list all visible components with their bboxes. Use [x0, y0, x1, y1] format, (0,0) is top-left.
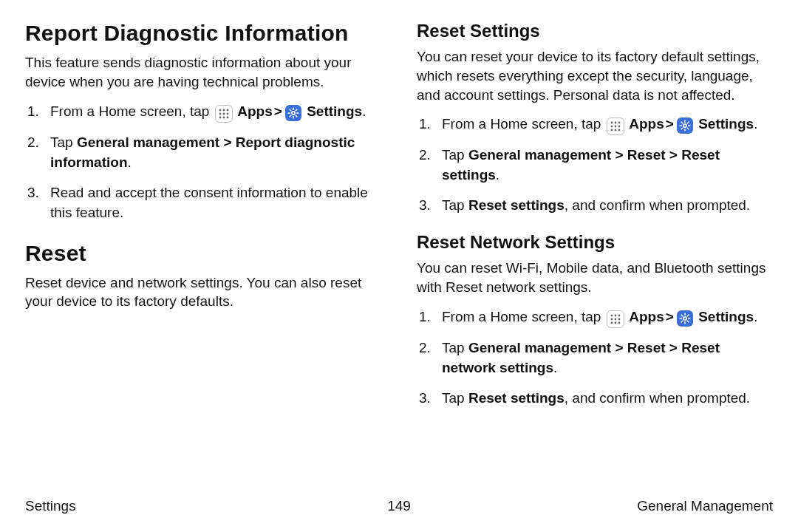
- ordered-list: From a Home screen, tap Apps> Settings.T…: [417, 115, 771, 216]
- list-item: Tap General management > Reset > Reset s…: [434, 146, 771, 185]
- svg-point-43: [614, 322, 616, 324]
- text-run: Apps: [234, 103, 273, 119]
- paragraph: You can reset your device to its factory…: [417, 47, 771, 104]
- right-column: Reset Settings You can reset your device…: [417, 21, 771, 425]
- svg-point-5: [226, 112, 228, 115]
- text-run: .: [128, 154, 132, 170]
- two-column-layout: Report Diagnostic Information This featu…: [25, 21, 773, 425]
- svg-point-39: [610, 318, 613, 321]
- svg-point-24: [610, 129, 613, 132]
- svg-line-31: [681, 129, 682, 129]
- apps-icon: [215, 105, 233, 123]
- svg-line-51: [681, 315, 682, 316]
- svg-point-9: [292, 112, 295, 115]
- text-run: Tap: [442, 390, 468, 406]
- text-run: , and confirm when prompted.: [565, 390, 750, 406]
- svg-point-23: [618, 126, 620, 128]
- heading-reset-network-settings: Reset Network Settings: [417, 232, 771, 253]
- text-run: General management > Reset > Reset netwo…: [442, 340, 720, 375]
- text-run: General management > Report diagnostic i…: [50, 134, 355, 170]
- paragraph: Reset device and network settings. You c…: [25, 273, 380, 312]
- svg-point-2: [226, 109, 228, 111]
- list-item: From a Home screen, tap Apps> Settings.: [434, 307, 771, 328]
- paragraph: You can reset Wi-Fi, Mobile data, and Bl…: [417, 259, 771, 297]
- svg-point-21: [610, 126, 613, 128]
- text-run: From a Home screen, tap: [50, 103, 214, 119]
- text-run: .: [754, 309, 757, 324]
- svg-point-45: [683, 317, 686, 320]
- svg-point-22: [614, 126, 616, 128]
- list-item: Read and accept the consent information …: [43, 183, 380, 223]
- text-run: General management > Reset > Reset setti…: [442, 147, 720, 183]
- text-run: .: [754, 116, 757, 132]
- chevron-right-icon: >: [666, 307, 674, 327]
- text-run: From a Home screen, tap: [442, 309, 605, 324]
- svg-line-11: [296, 115, 296, 116]
- page-footer: Settings 149 General Management: [25, 498, 773, 514]
- text-run: Apps: [626, 116, 664, 132]
- svg-point-4: [222, 112, 225, 115]
- left-column: Report Diagnostic Information This featu…: [25, 21, 380, 425]
- svg-line-53: [687, 315, 688, 316]
- list-item: From a Home screen, tap Apps> Settings.: [434, 115, 771, 135]
- text-run: Tap: [442, 340, 468, 355]
- svg-point-37: [614, 315, 616, 317]
- svg-point-41: [618, 318, 620, 321]
- text-run: Settings: [303, 103, 362, 119]
- ordered-list: From a Home screen, tap Apps> Settings.T…: [25, 102, 380, 223]
- text-run: .: [496, 167, 499, 183]
- text-run: Tap: [442, 197, 468, 213]
- text-run: .: [553, 360, 557, 375]
- svg-point-38: [618, 315, 620, 317]
- svg-line-17: [296, 109, 296, 110]
- heading-reset-settings: Reset Settings: [417, 21, 771, 41]
- text-run: Tap: [50, 134, 77, 150]
- settings-icon: [285, 105, 301, 121]
- list-item: Tap General management > Reset > Reset n…: [434, 338, 771, 378]
- svg-point-8: [226, 116, 228, 118]
- svg-point-0: [219, 109, 221, 111]
- svg-point-42: [610, 322, 613, 324]
- settings-icon: [677, 310, 693, 327]
- list-item: Tap Reset settings, and confirm when pro…: [434, 196, 771, 216]
- footer-page-number: 149: [25, 498, 773, 514]
- apps-icon: [607, 117, 624, 135]
- text-run: Settings: [695, 309, 754, 324]
- apps-icon: [607, 310, 624, 328]
- svg-point-18: [610, 122, 613, 124]
- text-run: , and confirm when prompted.: [565, 197, 750, 213]
- list-item: From a Home screen, tap Apps> Settings.: [43, 102, 380, 123]
- svg-point-7: [222, 116, 225, 118]
- svg-line-33: [681, 123, 682, 123]
- list-item: Tap Reset settings, and confirm when pro…: [434, 389, 771, 409]
- svg-line-47: [687, 321, 688, 321]
- text-run: Read and accept the consent information …: [50, 185, 368, 220]
- svg-point-27: [683, 124, 686, 127]
- svg-point-44: [618, 322, 620, 324]
- svg-point-6: [219, 116, 221, 118]
- svg-line-49: [681, 321, 682, 321]
- text-run: .: [362, 103, 366, 119]
- heading-reset: Reset: [25, 241, 380, 266]
- text-run: Reset settings: [468, 390, 565, 406]
- svg-line-15: [290, 109, 290, 110]
- svg-point-19: [614, 122, 616, 124]
- heading-report-diagnostic: Report Diagnostic Information: [25, 21, 380, 46]
- list-item: Tap General management > Report diagnost…: [43, 133, 380, 173]
- svg-point-3: [219, 112, 221, 115]
- ordered-list: From a Home screen, tap Apps> Settings.T…: [417, 307, 771, 409]
- text-run: Tap: [442, 147, 468, 163]
- svg-point-25: [614, 129, 616, 132]
- text-run: From a Home screen, tap: [442, 116, 605, 132]
- text-run: Settings: [695, 116, 754, 132]
- svg-line-35: [687, 123, 688, 123]
- settings-icon: [677, 117, 693, 134]
- svg-line-13: [290, 115, 290, 116]
- svg-point-1: [222, 109, 225, 111]
- chevron-right-icon: >: [666, 115, 674, 134]
- chevron-right-icon: >: [274, 102, 282, 122]
- document-page: Report Diagnostic Information This featu…: [0, 0, 798, 532]
- text-run: Reset settings: [468, 197, 565, 213]
- svg-line-29: [687, 129, 688, 129]
- svg-point-20: [618, 122, 620, 124]
